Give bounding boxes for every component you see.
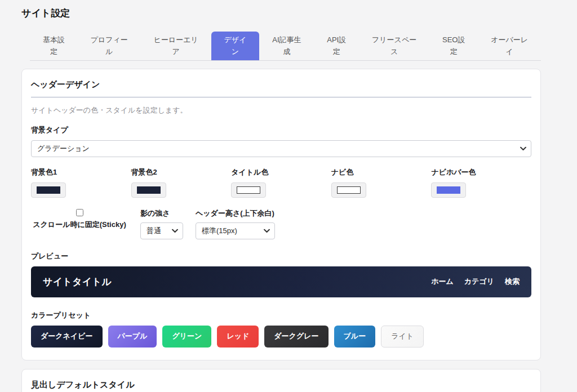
header-design-card: ヘッダーデザイン サイトヘッダーの色・スタイルを設定します。 背景タイプ グラデ…	[21, 69, 541, 360]
preview-nav-category[interactable]: カテゴリ	[464, 277, 494, 287]
preset-dark-gray-button[interactable]: ダークグレー	[264, 326, 328, 348]
preset-light-button[interactable]: ライト	[381, 326, 424, 348]
color-value-nav	[337, 186, 361, 194]
color-label-nav: ナビ色	[331, 167, 432, 177]
bg-type-select[interactable]: グラデーション	[31, 140, 531, 157]
color-presets-label: カラープリセット	[31, 310, 531, 320]
color-field-bg2: 背景色2	[131, 167, 232, 198]
preset-purple-button[interactable]: パープル	[108, 326, 157, 348]
settings-tabs: 基本設 定プロフィー ルヒーローエリ アデザイ ンAI記事生 成API設 定フリ…	[30, 32, 541, 61]
color-input-bg1[interactable]	[31, 182, 66, 198]
preset-dark-navy-button[interactable]: ダークネイビー	[31, 326, 103, 348]
shadow-option: 影の強さ 普通	[140, 208, 183, 239]
color-field-nav: ナビ色	[331, 167, 432, 198]
color-input-nav[interactable]	[331, 182, 366, 198]
color-label-bg1: 背景色1	[31, 167, 131, 177]
tab-basic[interactable]: 基本設 定	[30, 32, 78, 60]
shadow-select[interactable]: 普通	[140, 222, 183, 239]
preview-nav: ホームカテゴリ検索	[431, 277, 520, 287]
color-value-nav-hover	[437, 186, 460, 194]
tab-hero[interactable]: ヒーローエリ ア	[141, 32, 211, 60]
color-input-title[interactable]	[231, 182, 266, 198]
header-preview-bar: サイトタイトル ホームカテゴリ検索	[31, 266, 531, 297]
tab-ai-article[interactable]: AI記事生 成	[259, 32, 314, 60]
preset-blue-button[interactable]: ブルー	[334, 326, 376, 348]
preview-site-title: サイトタイトル	[43, 275, 112, 288]
preview-label: プレビュー	[31, 251, 531, 261]
color-field-bg1: 背景色1	[31, 167, 131, 198]
bg-type-select-wrap: グラデーション	[31, 140, 531, 157]
color-label-title: タイトル色	[231, 167, 331, 177]
sticky-label: スクロール時に固定(Sticky)	[31, 220, 128, 230]
header-height-select[interactable]: 標準(15px)	[196, 222, 275, 239]
header-height-select-wrap: 標準(15px)	[196, 222, 275, 239]
header-design-heading: ヘッダーデザイン	[31, 79, 531, 97]
preview-nav-home[interactable]: ホーム	[431, 277, 454, 287]
preview-nav-search[interactable]: 検索	[505, 277, 520, 287]
color-label-bg2: 背景色2	[131, 167, 232, 177]
shadow-label: 影の強さ	[140, 208, 183, 219]
color-fields-row: 背景色1背景色2タイトル色ナビ色ナビホバー色	[31, 167, 531, 198]
shadow-select-wrap: 普通	[140, 222, 183, 239]
tab-api[interactable]: API設 定	[314, 32, 359, 60]
color-value-bg2	[137, 186, 161, 194]
tab-profile[interactable]: プロフィー ル	[78, 32, 141, 60]
color-value-title	[237, 186, 260, 194]
color-label-nav-hover: ナビホバー色	[431, 167, 531, 177]
heading-style-card: 見出しデフォルトスタイル	[21, 369, 541, 392]
sticky-option: スクロール時に固定(Sticky)	[31, 208, 128, 230]
sticky-checkbox[interactable]	[76, 209, 83, 216]
header-height-label: ヘッダー高さ(上下余白)	[196, 208, 275, 219]
color-value-bg1	[37, 186, 60, 194]
tab-overlay[interactable]: オーバーレ イ	[478, 32, 541, 60]
color-field-nav-hover: ナビホバー色	[431, 167, 531, 198]
tab-seo[interactable]: SEO設 定	[429, 32, 478, 60]
bg-type-label: 背景タイプ	[31, 125, 531, 135]
preset-red-button[interactable]: レッド	[217, 326, 259, 348]
site-settings-page: サイト設定 基本設 定プロフィー ルヒーローエリ アデザイ ンAI記事生 成AP…	[0, 0, 577, 392]
color-input-bg2[interactable]	[131, 182, 166, 198]
header-height-option: ヘッダー高さ(上下余白) 標準(15px)	[196, 208, 275, 239]
tab-freespace[interactable]: フリースペー ス	[359, 32, 429, 60]
color-input-nav-hover[interactable]	[431, 182, 466, 198]
color-field-title: タイトル色	[231, 167, 331, 198]
heading-style-heading: 見出しデフォルトスタイル	[31, 380, 531, 392]
header-options-row: スクロール時に固定(Sticky) 影の強さ 普通 ヘッダー高さ(上下余白) 標…	[31, 208, 531, 239]
preset-green-button[interactable]: グリーン	[162, 326, 211, 348]
color-presets-row: ダークネイビーパープルグリーンレッドダークグレーブルーライト	[31, 326, 531, 348]
header-design-description: サイトヘッダーの色・スタイルを設定します。	[31, 105, 531, 115]
tab-design[interactable]: デザイ ン	[211, 32, 260, 60]
page-title: サイト設定	[21, 7, 541, 20]
